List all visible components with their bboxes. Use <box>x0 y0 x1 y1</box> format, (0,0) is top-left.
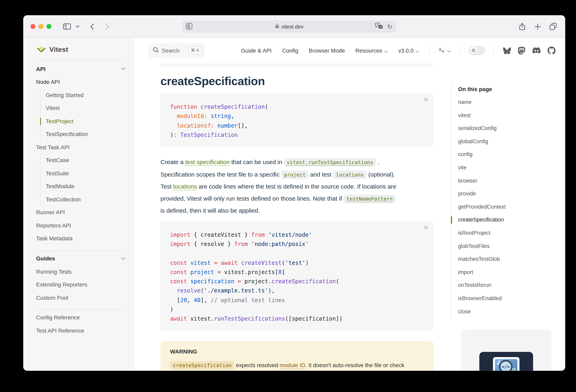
divider <box>460 46 460 55</box>
nav-link-config[interactable]: Config <box>282 47 298 54</box>
inline-link[interactable]: locations <box>173 183 197 190</box>
sidebar-item-extending-reporters[interactable]: Extending Reporters <box>36 278 126 291</box>
new-tab-icon <box>534 24 541 30</box>
text-run: Test <box>160 183 173 190</box>
toc-item-isrootproject[interactable]: isRootProject <box>458 227 555 240</box>
reload-icon[interactable]: ↻ <box>387 23 392 31</box>
toc-item-import[interactable]: import <box>458 266 555 279</box>
chevron-down-icon <box>384 48 388 54</box>
sidebar-item-reporters-api[interactable]: Reporters API <box>36 219 126 232</box>
discord-icon[interactable] <box>532 47 541 54</box>
reader-icon[interactable] <box>186 23 193 31</box>
vitest-logo[interactable]: Vitest <box>37 45 126 55</box>
toc-item-provide[interactable]: provide <box>458 187 555 200</box>
chevron-down-icon <box>447 47 451 54</box>
language-button[interactable]: x̄A <box>439 47 451 54</box>
toc-item-vite[interactable]: vite <box>458 161 555 174</box>
text-run: . <box>376 158 379 165</box>
inline-code: locations <box>333 170 367 179</box>
toc-item-globtestfiles[interactable]: globTestFiles <box>458 240 555 253</box>
toc-item-createspecification[interactable]: createSpecification <box>458 214 555 227</box>
text-run: and test <box>309 171 333 178</box>
toolbar-chevron-button[interactable] <box>75 15 80 38</box>
inline-code-link[interactable]: testNamePattern <box>344 194 396 203</box>
code-line: resolve('./example.test.ts'), <box>170 286 424 296</box>
description-paragraph: Create a test specification that can be … <box>160 156 446 216</box>
code-line: const specification = project.createSpec… <box>170 277 424 286</box>
toc-item-name[interactable]: name <box>458 96 555 109</box>
url-text: vitest.dev <box>281 24 303 30</box>
sidebar-section-header[interactable]: Guides <box>36 252 126 265</box>
nav-link-browser-mode[interactable]: Browser Mode <box>309 47 345 54</box>
toc-item-browser[interactable]: browser <box>458 174 555 187</box>
sidebar-item-test-task-api[interactable]: Test Task API <box>36 141 126 154</box>
share-button[interactable] <box>518 15 527 38</box>
inline-link[interactable]: module ID <box>280 362 305 368</box>
toc-item-matchestestglob[interactable]: matchesTestGlob <box>458 253 555 266</box>
nav-dropdown-version[interactable]: v3.0.0 <box>398 47 419 54</box>
docs-sidebar: Vitest APINode APIGetting StartedVitestT… <box>23 38 134 371</box>
github-icon[interactable] <box>547 47 555 55</box>
zoom-window-button[interactable] <box>47 24 51 29</box>
new-tab-button[interactable] <box>533 15 542 38</box>
minimize-window-button[interactable] <box>38 24 43 29</box>
sidebar-item-testmodule[interactable]: TestModule <box>46 180 126 193</box>
sponsor-card[interactable]: </> <box>461 330 551 371</box>
sidebar-nav: APINode APIGetting StartedVitestTestProj… <box>36 61 126 337</box>
sidebar-toggle-button[interactable] <box>62 15 72 38</box>
toc-item-close[interactable]: close <box>458 305 555 318</box>
doc-content: createSpecification ts function createSp… <box>134 63 565 371</box>
sidebar-item-testcase[interactable]: TestCase <box>46 154 126 167</box>
toc-item-vitest[interactable]: vitest <box>458 109 555 122</box>
code-block-example: ts import { createVitest } from 'vitest/… <box>160 221 433 331</box>
bluesky-icon[interactable] <box>503 47 511 54</box>
sidebar-item-vitest[interactable]: Vitest <box>46 101 126 115</box>
code-line: import { createVitest } from 'vitest/nod… <box>170 230 424 240</box>
sidebar-section-header[interactable]: API <box>36 62 126 75</box>
sidebar-item-node-api[interactable]: Node API <box>36 75 126 89</box>
forward-icon <box>105 24 109 30</box>
nav-dropdown-resources[interactable]: Resources <box>355 47 388 54</box>
text-run: (optional). <box>367 171 395 178</box>
sidebar-subgroup: TestCaseTestSuiteTestModuleTestCollectio… <box>40 154 126 206</box>
back-button[interactable] <box>87 15 96 38</box>
code-line: locations?: number[], <box>170 121 424 130</box>
code-line: import { resolve } from 'node:path/posix… <box>170 240 424 249</box>
translate-icon[interactable]: A ✕ <box>375 23 383 31</box>
sidebar-item-custom-pool[interactable]: Custom Pool <box>36 291 126 304</box>
code-line: [20, 40], // optional test lines <box>170 296 424 305</box>
sidebar-item-testsuite[interactable]: TestSuite <box>46 167 126 180</box>
text-run: is defined, then it will also be applied… <box>160 207 260 214</box>
toc-item-getprovidedcontext[interactable]: getProvidedContext <box>458 201 555 214</box>
tabs-overview-button[interactable] <box>548 15 558 38</box>
search-shortcut: ⌘ K <box>188 47 202 55</box>
search-input[interactable]: Search ⌘ K <box>148 43 204 58</box>
nav-link-guide-api[interactable]: Guide & API <box>241 47 272 54</box>
sidebar-item-runner-api[interactable]: Runner API <box>36 206 126 219</box>
toc-item-ontestsrerun[interactable]: onTestsRerun <box>458 279 555 292</box>
sidebar-item-testspecification[interactable]: TestSpecification <box>46 128 126 141</box>
code-line: function createSpecification( <box>170 102 424 112</box>
inline-link[interactable]: test specification <box>185 158 230 165</box>
mastodon-icon[interactable] <box>518 47 525 55</box>
code-line: const project = vitest.projects[0] <box>170 268 424 277</box>
address-bar[interactable]: vitest.dev A ✕ ↻ <box>182 21 396 32</box>
toc-item-globalconfig[interactable]: globalConfig <box>458 135 555 148</box>
sidebar-item-test-api-reference[interactable]: Test API Reference <box>36 324 126 337</box>
toc-item-config[interactable]: config <box>458 148 555 161</box>
toc-item-isbrowserenabled[interactable]: isBrowserEnabled <box>458 292 555 305</box>
inline-code-link[interactable]: vitest.runTestSpecifications <box>284 158 376 167</box>
sidebar-item-config-reference[interactable]: Config Reference <box>36 311 126 324</box>
sidebar-item-task-metadata[interactable]: Task Metadata <box>36 232 126 245</box>
code-line: moduleId: string, <box>170 112 424 121</box>
forward-button[interactable] <box>103 15 112 38</box>
toc-item-serializedconfig[interactable]: serializedConfig <box>458 122 555 135</box>
warning-body: createSpecification expects resolved mod… <box>170 360 424 371</box>
sidebar-item-testproject[interactable]: TestProject <box>46 115 126 128</box>
close-window-button[interactable] <box>30 24 35 29</box>
sidebar-item-running-tests[interactable]: Running Tests <box>36 265 126 278</box>
theme-toggle[interactable] <box>469 46 485 55</box>
share-icon <box>519 23 525 30</box>
sidebar-item-getting-started[interactable]: Getting Started <box>46 89 126 101</box>
sidebar-item-testcollection[interactable]: TestCollection <box>46 193 126 206</box>
